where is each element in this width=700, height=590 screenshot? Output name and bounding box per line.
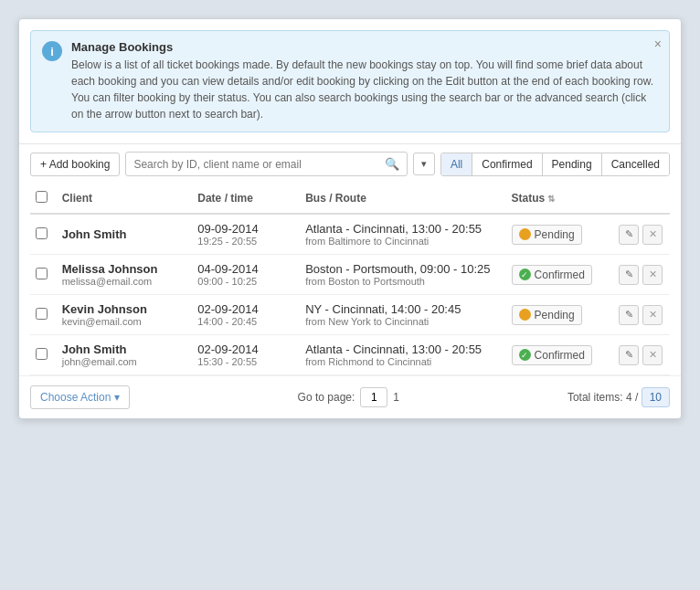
info-banner-description: Below is a list of all ticket bookings m… [71, 57, 658, 122]
client-email: kevin@email.com [62, 316, 187, 327]
route-secondary: from New York to Cincinnati [305, 316, 500, 327]
add-booking-button[interactable]: + Add booking [30, 153, 120, 176]
route-secondary: from Baltimore to Cincinnati [305, 236, 500, 247]
table-body: John Smith09-09-201419:25 - 20:55Atlanta… [30, 214, 670, 375]
status-cell: Pending [506, 295, 614, 335]
route-cell: Atlanta - Cincinnati, 13:00 - 20:55from … [300, 335, 505, 375]
client-email: melissa@email.com [62, 276, 187, 287]
row-checkbox[interactable] [36, 227, 48, 239]
status-sort-icon: ⇅ [547, 194, 555, 204]
row-checkbox[interactable] [36, 268, 48, 279]
route-cell: NY - Cincinnati, 14:00 - 20:45from New Y… [300, 295, 505, 335]
info-icon: i [42, 41, 62, 61]
pagination: Go to page: 1 [298, 387, 399, 407]
table-row: John Smithjohn@email.com02-09-201415:30 … [30, 335, 670, 375]
pending-icon [519, 228, 531, 240]
route-cell: Boston - Portsmouth, 09:00 - 10:25from B… [300, 255, 505, 295]
select-all-checkbox[interactable] [36, 191, 48, 203]
info-text: Manage Bookings Below is a list of all t… [71, 40, 658, 122]
confirmed-icon [519, 269, 531, 280]
info-banner: i Manage Bookings Below is a list of all… [30, 30, 670, 132]
header-route: Bus / Route [300, 184, 505, 214]
status-badge: Pending [512, 225, 582, 245]
total-pages: 1 [393, 391, 399, 404]
route-primary: Atlanta - Cincinnati, 13:00 - 20:55 [305, 222, 500, 236]
status-cell: Pending [506, 214, 614, 255]
header-status: Status ⇅ [506, 184, 614, 214]
route-primary: Boston - Portsmouth, 09:00 - 10:25 [305, 262, 500, 276]
header-client: Client [57, 184, 193, 214]
date-primary: 02-09-2014 [197, 302, 294, 316]
route-cell: Atlanta - Cincinnati, 13:00 - 20:55from … [300, 214, 505, 255]
status-badge: Pending [512, 305, 582, 325]
date-cell: 04-09-201409:00 - 10:25 [192, 255, 300, 295]
search-input[interactable] [126, 153, 377, 175]
date-secondary: 09:00 - 10:25 [197, 276, 294, 287]
go-to-page-label: Go to page: [298, 391, 355, 404]
action-buttons: ✎✕ [619, 345, 664, 365]
client-name: Melissa Johnson [62, 262, 187, 276]
toolbar: + Add booking 🔍 ▾ All Confirmed Pending … [19, 143, 681, 184]
page-input[interactable] [360, 387, 387, 407]
date-primary: 02-09-2014 [197, 342, 294, 356]
filter-cancelled-button[interactable]: Cancelled [602, 153, 669, 175]
row-checkbox[interactable] [36, 348, 48, 360]
filter-pending-button[interactable]: Pending [543, 153, 602, 175]
status-badge: Confirmed [512, 345, 592, 365]
pending-icon [519, 309, 531, 321]
delete-button[interactable]: ✕ [642, 265, 663, 285]
client-name: John Smith [62, 342, 187, 356]
filter-confirmed-button[interactable]: Confirmed [472, 153, 542, 175]
choose-action-button[interactable]: Choose Action ▾ [30, 385, 130, 409]
status-badge: Confirmed [512, 265, 592, 285]
footer: Choose Action ▾ Go to page: 1 Total item… [19, 375, 681, 418]
edit-button[interactable]: ✎ [619, 225, 639, 245]
header-actions [613, 184, 670, 214]
date-secondary: 19:25 - 20:55 [197, 236, 294, 247]
delete-button[interactable]: ✕ [642, 225, 663, 245]
date-secondary: 14:00 - 20:45 [197, 316, 294, 327]
info-banner-title: Manage Bookings [71, 40, 658, 54]
action-cell: ✎✕ [613, 255, 670, 295]
client-name: Kevin Johnson [62, 302, 187, 316]
route-primary: NY - Cincinnati, 14:00 - 20:45 [305, 302, 500, 316]
date-cell: 09-09-201419:25 - 20:55 [192, 214, 300, 255]
delete-button[interactable]: ✕ [642, 305, 663, 325]
route-primary: Atlanta - Cincinnati, 13:00 - 20:55 [305, 342, 500, 356]
header-checkbox-col [30, 184, 57, 214]
row-checkbox[interactable] [36, 308, 48, 320]
date-primary: 04-09-2014 [197, 262, 294, 276]
edit-button[interactable]: ✎ [619, 345, 639, 365]
table-row: Kevin Johnsonkevin@email.com02-09-201414… [30, 295, 670, 335]
client-cell: Melissa Johnsonmelissa@email.com [57, 255, 193, 295]
action-cell: ✎✕ [613, 335, 670, 375]
confirmed-icon [519, 349, 531, 361]
action-buttons: ✎✕ [619, 225, 664, 245]
edit-button[interactable]: ✎ [619, 305, 639, 325]
total-info: Total items: 4 / 10 [567, 387, 670, 407]
date-secondary: 15:30 - 20:55 [197, 356, 294, 367]
manage-bookings-modal: i Manage Bookings Below is a list of all… [18, 18, 682, 419]
date-cell: 02-09-201415:30 - 20:55 [192, 335, 300, 375]
action-buttons: ✎✕ [619, 305, 664, 325]
per-page-button[interactable]: 10 [642, 387, 670, 407]
total-items-label: Total items: 4 / [567, 391, 638, 404]
action-buttons: ✎✕ [619, 265, 664, 285]
search-dropdown-button[interactable]: ▾ [413, 153, 435, 175]
edit-button[interactable]: ✎ [619, 265, 639, 285]
header-datetime: Date / time [192, 184, 300, 214]
client-email: john@email.com [62, 356, 187, 367]
delete-button[interactable]: ✕ [642, 345, 663, 365]
table-header-row: Client Date / time Bus / Route Status ⇅ [30, 184, 670, 214]
bookings-table-container: Client Date / time Bus / Route Status ⇅ [19, 184, 681, 375]
filter-all-button[interactable]: All [441, 153, 472, 175]
action-cell: ✎✕ [613, 295, 670, 335]
route-secondary: from Boston to Portsmouth [305, 276, 500, 287]
filter-buttons: All Confirmed Pending Cancelled [440, 153, 670, 176]
table-row: John Smith09-09-201419:25 - 20:55Atlanta… [30, 214, 670, 255]
route-secondary: from Richmond to Cincinnati [305, 356, 500, 367]
search-icon: 🔍 [377, 153, 407, 175]
search-container: 🔍 [125, 152, 407, 176]
table-row: Melissa Johnsonmelissa@email.com04-09-20… [30, 255, 670, 295]
close-banner-button[interactable]: × [654, 37, 662, 51]
